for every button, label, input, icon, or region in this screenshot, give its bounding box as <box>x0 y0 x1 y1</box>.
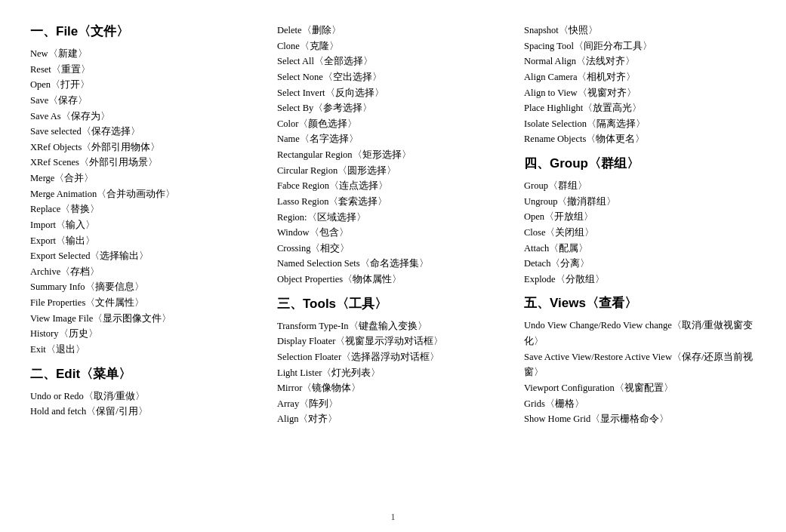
menu-item: Align Camera〈相机对齐〉 <box>524 69 756 85</box>
menu-item: Object Properties〈物体属性〉 <box>277 272 509 288</box>
menu-item: Fabce Region〈连点选择〉 <box>277 178 509 194</box>
menu-item: Reset〈重置〉 <box>30 62 262 78</box>
menu-item: Region:〈区域选择〉 <box>277 210 509 226</box>
menu-item: Lasso Region〈套索选择〉 <box>277 194 509 210</box>
menu-item: Ungroup〈撤消群组〉 <box>524 194 756 210</box>
menu-item: Light Lister〈灯光列表〉 <box>277 365 509 381</box>
menu-item: Select By〈参考选择〉 <box>277 100 509 116</box>
menu-item: Select None〈空出选择〉 <box>277 69 509 85</box>
menu-item: Color〈颜色选择〉 <box>277 116 509 132</box>
menu-item: Hold and fetch〈保留/引用〉 <box>30 404 262 420</box>
menu-item: Window〈包含〉 <box>277 225 509 241</box>
menu-item: Spacing Tool〈间距分布工具〉 <box>524 38 756 54</box>
menu-item: View Image File〈显示图像文件〉 <box>30 311 262 327</box>
menu-item: Array〈阵列〉 <box>277 396 509 412</box>
menu-item: Save selected〈保存选择〉 <box>30 124 262 140</box>
menu-item: Open〈打开〉 <box>30 77 262 93</box>
menu-item: Close〈关闭组〉 <box>524 225 756 241</box>
menu-item: Place Highlight〈放置高光〉 <box>524 100 756 116</box>
menu-item: Rename Objects〈物体更名〉 <box>524 131 756 147</box>
menu-item: New〈新建〉 <box>30 46 262 62</box>
section-title-1: 二、Edit〈菜单〉 <box>30 365 262 383</box>
section-title-1: 三、Tools〈工具〉 <box>277 295 509 312</box>
menu-item: XRef Objects〈外部引用物体〉 <box>30 140 262 155</box>
page-content: 一、File〈文件〉New〈新建〉Reset〈重置〉Open〈打开〉Save〈保… <box>0 0 786 512</box>
menu-item: File Properties〈文件属性〉 <box>30 295 262 311</box>
menu-item: Group〈群组〉 <box>524 178 756 194</box>
page-number: 1 <box>391 512 396 522</box>
menu-item: Mirror〈镜像物体〉 <box>277 380 509 396</box>
column-1: 一、File〈文件〉New〈新建〉Reset〈重置〉Open〈打开〉Save〈保… <box>30 23 270 489</box>
section-title-0: 一、File〈文件〉 <box>30 23 262 40</box>
menu-item: Name〈名字选择〉 <box>277 131 509 147</box>
column-3: Snapshot〈快照〉Spacing Tool〈间距分布工具〉Normal A… <box>516 23 756 489</box>
section-title-1: 四、Group〈群组〉 <box>524 155 756 172</box>
menu-item: Crossing〈相交〉 <box>277 241 509 257</box>
menu-item: Explode〈分散组〉 <box>524 272 756 288</box>
menu-item: Replace〈替换〉 <box>30 201 262 217</box>
menu-item: Select Invert〈反向选择〉 <box>277 85 509 101</box>
menu-item: Grids〈栅格〉 <box>524 396 756 412</box>
menu-item: Detach〈分离〉 <box>524 256 756 272</box>
menu-item: Snapshot〈快照〉 <box>524 23 756 38</box>
menu-item: XRef Scenes〈外部引用场景〉 <box>30 155 262 171</box>
menu-item: Show Home Grid〈显示栅格命令〉 <box>524 411 756 427</box>
menu-item: Undo View Change/Redo View change〈取消/重做视… <box>524 318 756 349</box>
menu-item: Select All〈全部选择〉 <box>277 54 509 69</box>
menu-item: Circular Region〈圆形选择〉 <box>277 163 509 179</box>
page-footer: 1 <box>0 512 786 532</box>
menu-item: Selection Floater〈选择器浮动对话框〉 <box>277 349 509 365</box>
menu-item: Merge〈合并〉 <box>30 171 262 186</box>
menu-item: Align〈对齐〉 <box>277 411 509 427</box>
menu-item: Rectangular Region〈矩形选择〉 <box>277 147 509 163</box>
menu-item: Open〈开放组〉 <box>524 209 756 225</box>
menu-item: Undo or Redo〈取消/重做〉 <box>30 389 262 404</box>
section-title-2: 五、Views〈查看〉 <box>524 294 756 312</box>
menu-item: Named Selection Sets〈命名选择集〉 <box>277 256 509 272</box>
menu-item: Align to View〈视窗对齐〉 <box>524 85 756 101</box>
menu-item: Save〈保存〉 <box>30 93 262 109</box>
column-2: Delete〈删除〉Clone〈克隆〉Select All〈全部选择〉Selec… <box>270 23 516 489</box>
menu-item: Attach〈配属〉 <box>524 241 756 257</box>
menu-item: Save As〈保存为〉 <box>30 109 262 125</box>
menu-item: History〈历史〉 <box>30 326 262 342</box>
menu-item: Archive〈存档〉 <box>30 264 262 280</box>
menu-item: Transform Type-In〈键盘输入变换〉 <box>277 318 509 334</box>
menu-item: Export〈输出〉 <box>30 233 262 249</box>
menu-item: Summary Info〈摘要信息〉 <box>30 279 262 295</box>
menu-item: Isolate Selection〈隔离选择〉 <box>524 116 756 132</box>
menu-item: Export Selected〈选择输出〉 <box>30 248 262 264</box>
menu-item: Exit〈退出〉 <box>30 342 262 358</box>
menu-item: Viewport Configuration〈视窗配置〉 <box>524 380 756 396</box>
menu-item: Clone〈克隆〉 <box>277 38 509 54</box>
menu-item: Save Active View/Restore Active View〈保存/… <box>524 349 756 380</box>
menu-item: Import〈输入〉 <box>30 217 262 233</box>
menu-item: Merge Animation〈合并动画动作〉 <box>30 186 262 202</box>
menu-item: Delete〈删除〉 <box>277 23 509 38</box>
menu-item: Normal Align〈法线对齐〉 <box>524 54 756 69</box>
menu-item: Display Floater〈视窗显示浮动对话框〉 <box>277 334 509 349</box>
